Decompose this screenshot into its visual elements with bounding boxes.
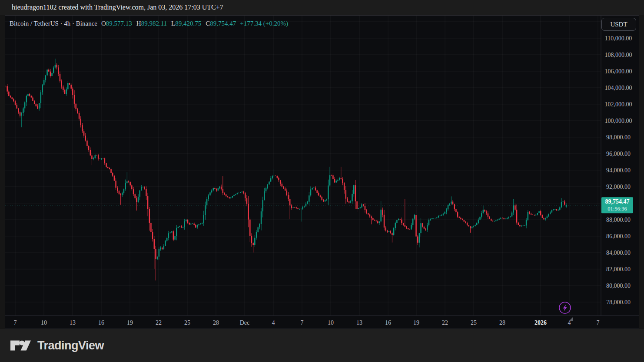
candle-down	[50, 72, 51, 76]
candle-down	[371, 217, 372, 218]
candle-up	[208, 195, 209, 199]
x-axis-tick-label[interactable]: 22	[156, 319, 162, 326]
candle-down	[246, 198, 248, 204]
candle-down	[64, 90, 66, 94]
candle-up	[559, 207, 561, 210]
x-axis-tick-label[interactable]: 16	[98, 319, 104, 326]
candle-down	[106, 163, 107, 167]
x-axis-tick-label[interactable]: 7	[301, 319, 304, 326]
y-axis-tick-label[interactable]: 108,000.00	[605, 52, 632, 58]
y-axis-tick-label[interactable]: 110,000.00	[605, 35, 632, 42]
candle-up	[475, 225, 476, 226]
chart-widget[interactable]: 110,000.00108,000.00106,000.00104,000.00…	[5, 16, 639, 329]
x-axis-tick-label[interactable]: 28	[213, 319, 219, 326]
x-axis-tick-label[interactable]: Dec	[240, 319, 250, 326]
candle-up	[184, 221, 185, 227]
candle-up	[292, 207, 294, 208]
x-axis-tick-label[interactable]: 10	[328, 319, 334, 326]
candle-down	[18, 109, 19, 112]
y-axis-tick-label[interactable]: 96,000.00	[606, 151, 631, 157]
x-axis-tick-label[interactable]: 22	[442, 319, 448, 326]
x-axis-tick-label[interactable]: 13	[356, 319, 362, 326]
y-axis-tick-label[interactable]: 88,000.00	[606, 217, 631, 223]
candle-down	[375, 220, 377, 221]
candle-down	[291, 205, 292, 208]
y-axis-tick-label[interactable]: 84,000.00	[606, 250, 631, 256]
x-axis-tick-label[interactable]: 10	[41, 319, 47, 326]
candle-up	[205, 205, 206, 215]
x-axis-tick-label[interactable]: 2026	[534, 319, 547, 326]
y-axis-tick-label[interactable]: 82,000.00	[606, 266, 631, 273]
currency-toggle-button[interactable]: USDT	[601, 18, 636, 31]
y-axis-tick-label[interactable]: 94,000.00	[606, 167, 631, 174]
x-axis-tick-label[interactable]: 19	[413, 319, 419, 326]
candle-down	[468, 225, 470, 227]
candle-down	[214, 188, 216, 189]
candle-down	[315, 188, 316, 190]
candle-down	[7, 86, 7, 91]
candle-up	[380, 210, 382, 221]
candle-up	[481, 213, 482, 217]
candle-down	[341, 178, 342, 179]
tradingview-logo-text[interactable]: TradingView	[37, 339, 104, 352]
candle-up	[101, 158, 102, 159]
candle-down	[162, 248, 163, 249]
x-axis-tick-label[interactable]: 4	[272, 319, 275, 326]
candle-up	[350, 201, 352, 203]
y-axis-tick-label[interactable]: 92,000.00	[606, 184, 631, 190]
candle-up	[494, 221, 495, 222]
candle-down	[277, 176, 278, 178]
candle-down	[150, 223, 152, 232]
y-axis-tick-label[interactable]: 104,000.00	[605, 85, 632, 91]
candle-up	[139, 191, 140, 197]
candle-down	[85, 136, 86, 141]
candle-up	[411, 225, 412, 229]
y-axis-tick-label[interactable]: 78,000.00	[606, 299, 631, 306]
y-axis-tick-label[interactable]: 86,000.00	[606, 233, 631, 240]
candle-down	[8, 92, 10, 96]
x-axis-tick-label[interactable]: 19	[127, 319, 133, 326]
y-axis-tick-label[interactable]: 100,000.00	[605, 118, 632, 124]
candle-up	[233, 195, 235, 196]
candle-down	[518, 223, 519, 225]
x-axis-tick-label[interactable]: 25	[184, 319, 190, 326]
y-axis-tick-label[interactable]: 102,000.00	[605, 101, 632, 108]
candle-up	[495, 220, 497, 221]
x-axis-tick-label[interactable]: 13	[70, 319, 76, 326]
candle-up	[326, 199, 327, 200]
candle-down	[280, 180, 281, 184]
candle-up	[328, 185, 329, 199]
x-axis-tick-label[interactable]: 7	[14, 319, 17, 326]
x-axis-tick-label[interactable]: 28	[499, 319, 505, 326]
x-axis-tick-label[interactable]: 16	[385, 319, 391, 326]
x-axis-tick-label[interactable]: 7	[597, 319, 600, 326]
y-axis-tick-label[interactable]: 80,000.00	[606, 283, 631, 289]
candle-down	[248, 204, 249, 220]
candle-up	[441, 215, 442, 216]
candle-down	[88, 146, 90, 150]
candle-up	[165, 241, 166, 246]
ohlc-values: O89,577.13 H89,982.11 L89,420.75 C89,754…	[101, 20, 236, 27]
candle-up	[66, 89, 67, 94]
y-axis-tick-label[interactable]: 106,000.00	[605, 68, 632, 75]
chart-canvas[interactable]: 110,000.00108,000.00106,000.00104,000.00…	[5, 16, 639, 329]
candle-down	[289, 199, 291, 206]
candle-down	[216, 189, 217, 191]
candle-down	[387, 230, 388, 232]
lightning-bolt-glyph[interactable]	[563, 304, 567, 311]
candle-up	[168, 233, 169, 238]
candle-up	[203, 215, 204, 223]
candle-up	[523, 226, 524, 226]
candle-down	[489, 217, 490, 219]
candle-up	[230, 197, 232, 198]
candle-up	[427, 225, 428, 230]
candle-up	[95, 155, 96, 158]
candle-down	[372, 218, 374, 220]
candle-down	[488, 214, 489, 217]
candle-up	[160, 248, 161, 249]
y-axis-tick-label[interactable]: 98,000.00	[606, 134, 631, 141]
candle-down	[75, 104, 76, 109]
tradingview-logo-icon[interactable]	[10, 339, 31, 352]
candle-down	[401, 220, 402, 223]
x-axis-tick-label[interactable]: 25	[471, 319, 477, 326]
